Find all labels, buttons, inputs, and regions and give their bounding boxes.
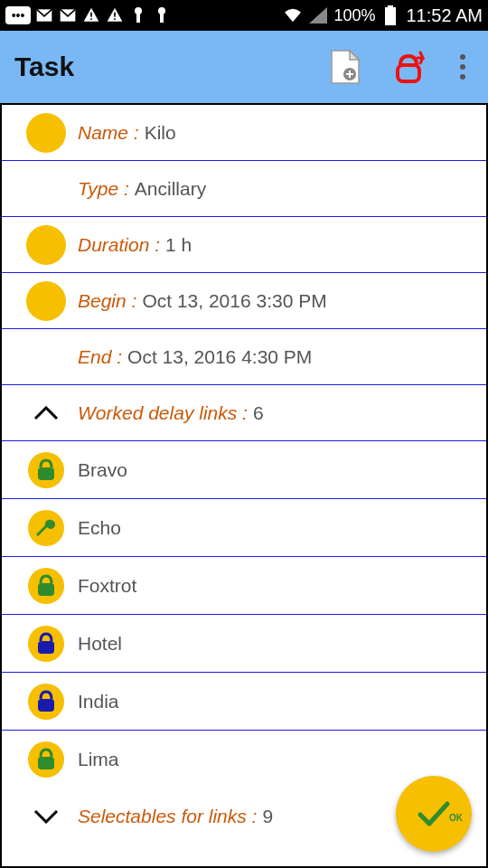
field-label: Name :: [78, 122, 139, 144]
status-clock: 11:52 AM: [406, 5, 483, 26]
chevron-up-icon: [33, 404, 60, 422]
field-value: 1 h: [165, 234, 192, 256]
confirm-fab[interactable]: OK: [396, 776, 472, 852]
svg-point-16: [460, 54, 465, 60]
svg-rect-9: [160, 14, 164, 23]
mail-icon: [34, 5, 54, 25]
app-title: Task: [14, 52, 311, 82]
section-count: 9: [262, 806, 273, 827]
field-end-row[interactable]: End : Oct 13, 2016 4:30 PM: [2, 329, 486, 385]
worked-link-row[interactable]: Lima: [2, 731, 486, 788]
worked-link-row[interactable]: Bravo: [2, 441, 486, 499]
lock-green-icon: [28, 741, 64, 778]
key-icon: [128, 5, 148, 25]
link-name: Hotel: [78, 633, 122, 655]
worked-link-row[interactable]: Hotel: [2, 615, 486, 673]
worked-link-row[interactable]: India: [2, 673, 486, 731]
field-value: Oct 13, 2016 3:30 PM: [142, 290, 326, 312]
worked-link-row[interactable]: Echo: [2, 499, 486, 557]
link-name: Foxtrot: [78, 575, 136, 597]
lock-blue-icon: [28, 684, 64, 720]
section-label: Selectables for links :: [78, 806, 257, 827]
link-name: Bravo: [78, 459, 127, 481]
svg-point-17: [460, 64, 465, 70]
app-bar: Task: [0, 31, 488, 103]
warning-icon: [105, 5, 125, 25]
field-name-row[interactable]: Name : Kilo: [2, 105, 486, 161]
svg-rect-15: [398, 65, 419, 81]
field-label: Begin :: [78, 290, 136, 312]
svg-rect-10: [385, 7, 396, 25]
svg-rect-21: [38, 641, 54, 654]
battery-icon: [380, 5, 400, 25]
svg-rect-20: [38, 583, 54, 596]
battery-percent: 100%: [333, 6, 375, 25]
lock-green-icon: [28, 452, 64, 488]
field-label: Duration :: [78, 234, 160, 256]
worked-link-row[interactable]: Foxtrot: [2, 557, 486, 615]
cell-signal-icon: [308, 5, 328, 25]
svg-rect-19: [38, 467, 54, 480]
field-label: End :: [78, 346, 122, 368]
svg-point-8: [158, 7, 165, 14]
android-status-bar: •••: [0, 0, 488, 31]
link-name: Lima: [78, 749, 119, 770]
dot-icon: [26, 281, 66, 321]
fab-ok-label: OK: [449, 813, 463, 823]
lock-green-icon: [28, 568, 64, 604]
field-begin-row[interactable]: Begin : Oct 13, 2016 3:30 PM: [2, 273, 486, 329]
field-value: Oct 13, 2016 4:30 PM: [127, 346, 312, 368]
svg-rect-22: [38, 699, 54, 712]
field-type-row[interactable]: Type : Ancillary: [2, 161, 486, 217]
dot-icon: [26, 225, 66, 265]
worked-links-header[interactable]: Worked delay links : 6: [2, 385, 486, 441]
lock-action-button[interactable]: [389, 47, 428, 87]
chevron-down-icon: [33, 807, 60, 826]
svg-rect-4: [114, 13, 116, 17]
mail-icon: [58, 5, 78, 25]
wifi-icon: [283, 5, 303, 25]
field-duration-row[interactable]: Duration : 1 h: [2, 217, 486, 273]
svg-rect-3: [90, 18, 92, 20]
field-value: Kilo: [145, 122, 176, 144]
field-label: Type :: [78, 178, 129, 200]
notification-more-icon: •••: [5, 6, 31, 24]
svg-point-6: [135, 7, 142, 14]
task-detail-list: Name : Kilo Type : Ancillary Duration : …: [0, 103, 488, 868]
svg-rect-14: [346, 73, 353, 75]
dot-icon: [26, 113, 66, 153]
warning-icon: [81, 5, 101, 25]
svg-rect-7: [136, 14, 140, 23]
key-icon: [152, 5, 172, 25]
wrench-icon: [28, 510, 64, 546]
overflow-menu-button[interactable]: [452, 47, 474, 87]
svg-rect-11: [388, 5, 393, 8]
link-name: India: [78, 691, 119, 712]
field-value: Ancillary: [135, 178, 206, 200]
svg-point-18: [460, 74, 465, 80]
section-label: Worked delay links :: [78, 402, 248, 424]
link-name: Echo: [78, 517, 121, 539]
svg-rect-5: [114, 18, 116, 20]
svg-rect-2: [90, 13, 92, 17]
svg-rect-23: [38, 757, 54, 769]
new-document-button[interactable]: [325, 47, 365, 87]
lock-blue-icon: [28, 626, 64, 662]
section-count: 6: [253, 402, 264, 424]
